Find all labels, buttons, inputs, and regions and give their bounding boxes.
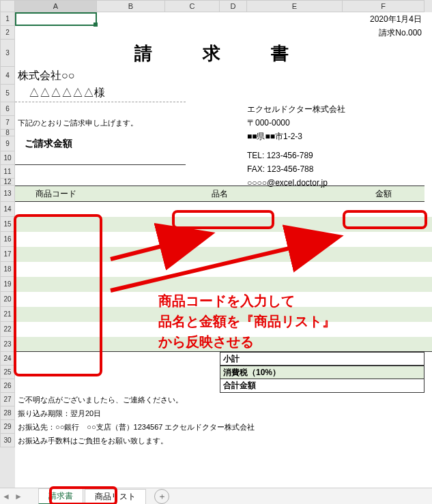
amount-cell[interactable] [343,307,424,322]
row-header[interactable]: 7 [0,116,15,130]
row-header[interactable]: 12 [0,179,15,186]
sender-tel[interactable]: TEL: 123-456-789 [247,149,345,162]
subtotal-value[interactable] [343,352,424,366]
code-cell[interactable] [15,202,97,217]
code-cell[interactable] [15,217,97,232]
tab-nav-next-icon[interactable]: ► [12,489,25,504]
code-cell[interactable] [15,262,97,277]
sheet-tab-other[interactable]: 商品リスト [85,489,146,504]
code-cell[interactable] [15,322,97,337]
row-header[interactable]: 19 [0,277,15,292]
col-header-A[interactable]: A [15,0,97,12]
sender-fax[interactable]: FAX: 123-456-788 [247,162,345,176]
subtotal-label[interactable]: 小計 [220,352,343,366]
row-header[interactable]: 29 [0,420,15,434]
name-cell[interactable] [97,262,343,277]
note-line[interactable]: 振り込み期限：翌月20日 [15,406,424,420]
tax-label[interactable]: 消費税（10%） [220,366,343,379]
grand-total-value[interactable] [343,379,424,393]
table-header-code[interactable]: 商品コード [15,186,97,202]
row-header[interactable]: 11 [0,165,15,179]
amount-cell[interactable] [343,292,424,307]
row-header[interactable]: 26 [0,379,15,393]
amount-cell[interactable] [343,337,424,351]
col-header-F[interactable]: F [343,0,424,12]
row-header[interactable]: 14 [0,202,15,217]
amount-cell[interactable] [343,322,424,337]
name-cell[interactable] [97,277,343,292]
cell[interactable] [220,12,247,26]
col-header-B[interactable]: B [97,0,165,12]
cell[interactable] [247,12,343,26]
row-header[interactable]: 16 [0,232,15,247]
cell[interactable] [165,12,220,26]
invoice-number[interactable]: 請求No.000 [343,26,424,40]
note-line[interactable]: お振込み手数料はご負担をお願い致します。 [15,434,424,447]
cell[interactable] [165,26,220,40]
col-header-C[interactable]: C [165,0,220,12]
cell[interactable] [247,26,343,40]
row-header[interactable]: 5 [0,85,15,102]
row-header[interactable]: 1 [0,12,15,26]
client-company[interactable]: 株式会社○○ [15,67,165,85]
amount-cell[interactable] [343,247,424,262]
row-header[interactable]: 21 [0,307,15,322]
cell[interactable] [97,12,165,26]
name-cell[interactable] [97,292,343,307]
add-sheet-button[interactable]: ＋ [154,489,169,504]
note-line[interactable]: お振込先：○○銀行 ○○支店（普）1234567 エクセルドクター株式会社 [15,420,424,434]
amount-cell[interactable] [343,277,424,292]
row-header[interactable]: 4 [0,67,15,85]
row-header[interactable]: 25 [0,366,15,379]
table-header-amount[interactable]: 金額 [343,186,424,202]
code-cell[interactable] [15,307,97,322]
sender-postal[interactable]: 〒000-0000 [247,116,345,130]
sender-email[interactable]: ○○○○@excel.doctor.jp [247,176,345,190]
row-header[interactable]: 10 [0,151,15,165]
tab-nav-prev-icon[interactable]: ◄ [0,489,12,504]
row-header[interactable]: 30 [0,434,15,447]
intro-text[interactable]: 下記のとおりご請求申し上げます。 [15,116,220,130]
col-header-E[interactable]: E [247,0,343,12]
client-person[interactable]: △△△△△△様 [15,85,165,102]
row-header[interactable]: 15 [0,217,15,232]
invoice-date[interactable]: 2020年1月4日 [343,12,424,26]
code-cell[interactable] [15,277,97,292]
amount-cell[interactable] [343,202,424,217]
row-header[interactable]: 24 [0,352,15,366]
sheet-tab-active[interactable]: 請求書 [38,488,83,505]
tax-value[interactable] [343,366,424,379]
document-title[interactable]: 請 求 書 [15,40,424,67]
row-header[interactable]: 9 [0,136,15,151]
code-cell[interactable] [15,247,97,262]
name-cell[interactable] [97,322,343,337]
name-cell[interactable] [97,202,343,217]
cell[interactable] [97,26,165,40]
select-all-corner[interactable] [0,0,15,12]
cell-grid[interactable]: 2020年1月4日 請求No.000 請 求 書 株式会社○○ △△△△△△様 … [15,12,432,488]
amount-cell[interactable] [343,217,424,232]
row-header[interactable]: 6 [0,102,15,116]
col-header-D[interactable]: D [220,0,247,12]
row-header[interactable]: 23 [0,337,15,352]
cell[interactable] [15,12,97,26]
grand-total-label[interactable]: 合計金額 [220,379,343,393]
code-cell[interactable] [15,337,97,351]
cell[interactable] [15,366,220,379]
name-cell[interactable] [97,217,343,232]
name-cell[interactable] [97,247,343,262]
amount-cell[interactable] [343,232,424,247]
note-line[interactable]: ご不明な点がございましたら、ご連絡ください。 [15,393,424,406]
row-header[interactable]: 28 [0,406,15,420]
row-header[interactable]: 8 [0,130,15,136]
cell[interactable] [220,26,247,40]
row-header[interactable]: 18 [0,262,15,277]
row-header[interactable]: 13 [0,186,15,202]
name-cell[interactable] [97,337,343,351]
code-cell[interactable] [15,292,97,307]
row-header[interactable]: 27 [0,393,15,406]
row-header[interactable]: 20 [0,292,15,307]
row-header[interactable]: 3 [0,40,15,67]
sender-address[interactable]: ■■県■■市1-2-3 [247,130,345,143]
row-header[interactable]: 17 [0,247,15,262]
